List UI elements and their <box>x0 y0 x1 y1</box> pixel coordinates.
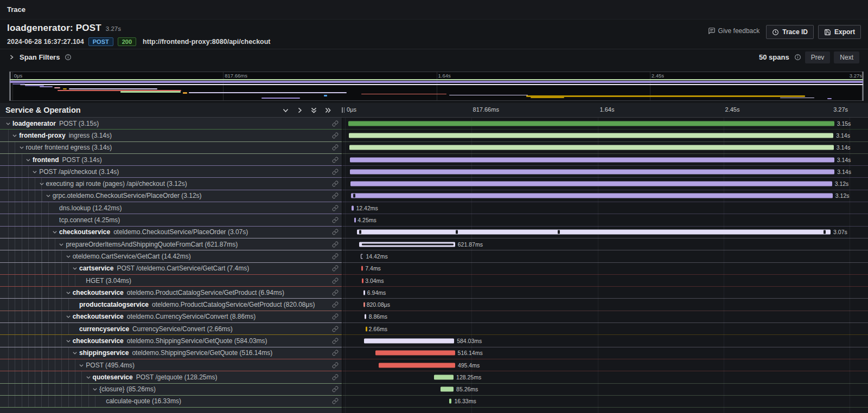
span-link-button[interactable] <box>332 169 339 175</box>
span-link-button[interactable] <box>332 301 339 308</box>
span-duration-bar[interactable] <box>357 230 831 235</box>
span-duration-bar[interactable] <box>379 363 455 367</box>
next-span-button[interactable]: Next <box>834 51 859 63</box>
link-icon[interactable] <box>332 180 339 187</box>
span-row-label[interactable]: checkoutserviceoteldemo.ProductCatalogSe… <box>0 287 342 299</box>
span-duration-bar[interactable] <box>361 266 363 271</box>
span-bar-row[interactable]: 128.25ms <box>342 371 868 383</box>
link-icon[interactable] <box>332 144 339 151</box>
span-bar-row[interactable]: 3.12s <box>342 190 868 202</box>
span-link-button[interactable] <box>332 398 339 404</box>
span-row-label[interactable]: productcatalogserviceoteldemo.ProductCat… <box>0 299 342 311</box>
span-link-button[interactable] <box>332 205 339 211</box>
span-duration-bar[interactable] <box>349 133 833 138</box>
span-expander[interactable] <box>66 290 73 295</box>
span-row-label[interactable]: prepareOrderItemsAndShippingQuoteFromCar… <box>0 238 342 250</box>
link-icon[interactable] <box>332 120 339 127</box>
span-duration-bar[interactable] <box>366 326 367 331</box>
span-link-button[interactable] <box>332 289 339 296</box>
span-row-label[interactable]: cartservicePOST /oteldemo.CartService/Ge… <box>0 263 342 275</box>
span-bar-row[interactable]: 3.07s <box>342 227 868 238</box>
span-duration-bar[interactable] <box>362 278 363 283</box>
span-duration-bar[interactable] <box>363 290 365 295</box>
span-expander[interactable] <box>86 375 93 380</box>
span-link-button[interactable] <box>332 265 339 272</box>
span-link-button[interactable] <box>332 180 339 187</box>
span-bar-row[interactable]: 3.14s <box>342 142 868 154</box>
span-bar-row[interactable]: 12.42ms <box>342 202 868 214</box>
link-icon[interactable] <box>332 362 339 369</box>
link-icon[interactable] <box>332 386 339 392</box>
collapse-one-button[interactable] <box>282 107 289 114</box>
span-link-button[interactable] <box>332 253 339 260</box>
span-bar-row[interactable]: 3.14s <box>342 154 868 166</box>
minimap-left-handle[interactable] <box>9 72 11 101</box>
trace-id-button[interactable]: Trace ID <box>766 25 814 39</box>
span-link-button[interactable] <box>332 374 339 380</box>
span-row-label[interactable]: executing api route (pages) /api/checkou… <box>0 178 342 190</box>
span-duration-bar[interactable] <box>350 169 834 174</box>
span-link-button[interactable] <box>332 241 339 248</box>
span-row-label[interactable]: router frontend egress (3.14s) <box>0 142 342 154</box>
span-bar-row[interactable]: 3.12s <box>342 178 868 190</box>
span-bar-row[interactable]: 6.94ms <box>342 287 868 299</box>
span-duration-bar[interactable] <box>350 182 832 186</box>
span-link-button[interactable] <box>332 229 339 235</box>
span-expander[interactable] <box>12 133 19 138</box>
span-row-label[interactable]: quoteservicePOST /getquote (128.25ms) <box>0 371 342 383</box>
span-bar-row[interactable]: 7.4ms <box>342 263 868 275</box>
span-link-button[interactable] <box>332 338 339 344</box>
span-bar-row[interactable]: 3.14s <box>342 130 868 141</box>
span-expander[interactable] <box>19 145 26 150</box>
link-icon[interactable] <box>332 350 339 356</box>
span-expander[interactable] <box>32 169 39 175</box>
minimap-right-handle[interactable] <box>862 72 864 101</box>
span-row-label[interactable]: POST /api/checkout (3.14s) <box>0 166 342 178</box>
span-duration-bar[interactable] <box>354 218 356 223</box>
span-row-label[interactable]: shippingserviceoteldemo.ShippingService/… <box>0 347 342 359</box>
drag-handle-icon[interactable] <box>342 107 344 113</box>
span-duration-bar[interactable] <box>352 205 354 210</box>
prev-span-button[interactable]: Prev <box>805 51 831 63</box>
span-expander[interactable] <box>5 121 12 126</box>
span-row-label[interactable]: POST (495.4ms) <box>0 359 342 371</box>
link-icon[interactable] <box>332 253 339 260</box>
span-expander[interactable] <box>92 386 99 392</box>
span-duration-bar[interactable] <box>375 351 455 356</box>
span-bar-row[interactable]: 16.33ms <box>342 396 868 408</box>
span-duration-bar[interactable] <box>363 302 365 307</box>
trace-minimap[interactable]: 0μs817.66ms1.64s2.45s3.27s <box>9 72 864 101</box>
span-duration-bar[interactable] <box>449 399 452 404</box>
span-expander[interactable] <box>25 157 33 163</box>
span-bar-row[interactable]: 3.15s <box>342 118 868 130</box>
span-bar-row[interactable]: 3.04ms <box>342 275 868 287</box>
link-icon[interactable] <box>332 289 339 296</box>
give-feedback-link[interactable]: Give feedback <box>708 27 760 35</box>
span-duration-bar[interactable] <box>351 193 832 198</box>
span-filters-toggle[interactable]: Span Filters <box>9 53 72 61</box>
span-expander[interactable] <box>72 350 79 356</box>
span-row-label[interactable]: checkoutserviceoteldemo.CurrencyService/… <box>0 311 342 323</box>
span-bar-row[interactable]: 820.08μs <box>342 299 868 311</box>
span-row-label[interactable]: checkoutserviceoteldemo.ShippingService/… <box>0 335 342 347</box>
span-expander[interactable] <box>39 181 46 186</box>
span-bar-row[interactable]: 584.03ms <box>342 335 868 347</box>
span-bar-row[interactable]: 495.4ms <box>342 359 868 371</box>
link-icon[interactable] <box>332 132 339 139</box>
span-bar-row[interactable]: 14.42ms <box>342 250 868 262</box>
span-row-label[interactable]: calculate-quote (16.33ms) <box>0 396 342 408</box>
span-duration-bar[interactable] <box>441 387 454 392</box>
link-icon[interactable] <box>332 229 339 235</box>
expand-all-button[interactable] <box>324 107 331 114</box>
span-link-button[interactable] <box>332 386 339 392</box>
link-icon[interactable] <box>332 326 339 332</box>
span-row-label[interactable]: frontend-proxyingress (3.14s) <box>0 130 342 141</box>
span-bar-row[interactable]: 3.14s <box>342 166 868 178</box>
span-row-label[interactable]: checkoutserviceoteldemo.CheckoutService/… <box>0 227 342 238</box>
span-link-button[interactable] <box>332 362 339 369</box>
span-expander[interactable] <box>66 314 73 319</box>
span-duration-bar[interactable] <box>365 314 366 319</box>
link-icon[interactable] <box>332 374 339 380</box>
span-expander[interactable] <box>79 363 86 368</box>
span-bar-row[interactable]: 621.87ms <box>342 238 868 250</box>
